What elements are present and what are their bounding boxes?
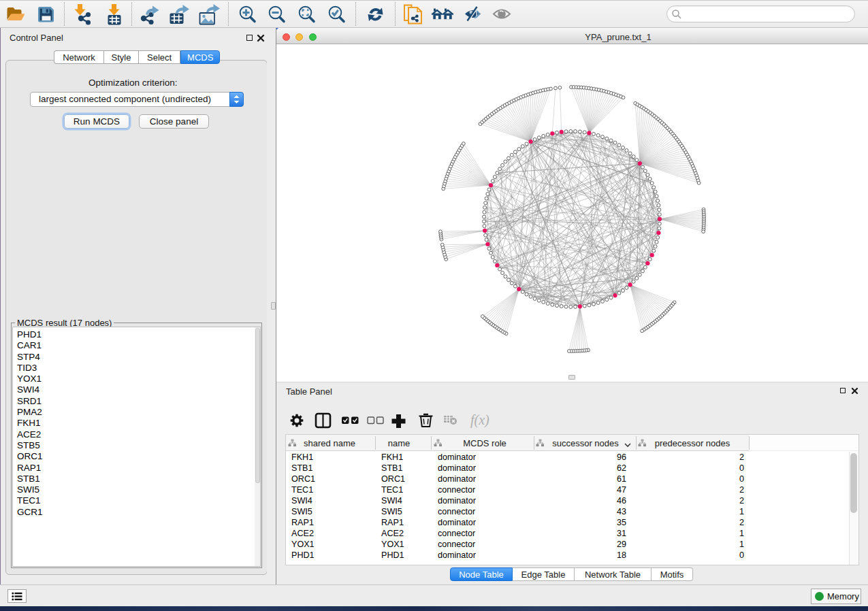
svg-text:f(x): f(x) [470, 412, 489, 428]
